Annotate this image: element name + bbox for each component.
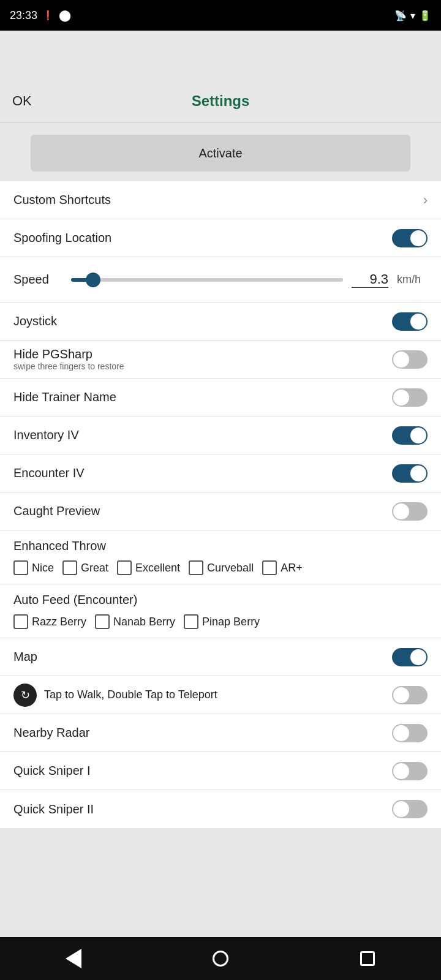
- alert-icon: ❗: [42, 10, 54, 21]
- speed-slider[interactable]: [71, 278, 343, 282]
- hide-pgsharp-sublabel: swipe three fingers to restore: [13, 361, 124, 371]
- checkbox-razz: Razz Berry: [13, 614, 86, 629]
- nav-recent-button[interactable]: [349, 940, 386, 977]
- nanab-checkbox[interactable]: [95, 614, 110, 629]
- excellent-label: Excellent: [135, 562, 180, 575]
- curveball-label: Curveball: [207, 562, 254, 575]
- speed-value[interactable]: 9.3: [352, 271, 388, 288]
- arplus-checkbox[interactable]: [262, 560, 277, 575]
- great-checkbox[interactable]: [62, 560, 77, 575]
- hide-pgsharp-toggle[interactable]: [392, 350, 428, 369]
- speed-unit: km/h: [397, 273, 428, 286]
- joystick-row: Joystick: [0, 303, 441, 341]
- hide-pgsharp-row: Hide PGSharp swipe three fingers to rest…: [0, 341, 441, 379]
- tap-to-walk-toggle[interactable]: [392, 686, 428, 704]
- hide-pgsharp-label: Hide PGSharp: [13, 347, 124, 361]
- caught-preview-toggle[interactable]: [392, 502, 428, 521]
- quick-sniper-2-label: Quick Sniper II: [13, 802, 94, 816]
- nanab-label: Nanab Berry: [113, 616, 175, 628]
- nearby-radar-label: Nearby Radar: [13, 726, 90, 740]
- nearby-radar-row: Nearby Radar: [0, 714, 441, 752]
- pinap-label: Pinap Berry: [202, 616, 260, 628]
- quick-sniper-1-row: Quick Sniper I: [0, 752, 441, 790]
- wifi-icon: ▾: [410, 10, 415, 21]
- nav-back-button[interactable]: [55, 940, 92, 977]
- speed-slider-track: [71, 278, 343, 282]
- excellent-checkbox[interactable]: [117, 560, 132, 575]
- enhanced-throw-section: Enhanced Throw Nice Great Excellent Curv…: [0, 530, 441, 584]
- hide-trainer-row: Hide Trainer Name: [0, 379, 441, 417]
- encounter-iv-row: Encounter IV: [0, 454, 441, 492]
- status-time: 23:33: [10, 9, 37, 22]
- caught-preview-label: Caught Preview: [13, 504, 100, 518]
- circle-icon: ⬤: [59, 9, 71, 22]
- speed-slider-thumb: [86, 273, 100, 287]
- status-bar: 23:33 ❗ ⬤ 📡 ▾ 🔋: [0, 0, 441, 31]
- enhanced-throw-title: Enhanced Throw: [13, 539, 428, 553]
- back-icon: [66, 949, 81, 968]
- nav-home-button[interactable]: [202, 940, 239, 977]
- checkbox-curveball: Curveball: [189, 560, 254, 575]
- custom-shortcuts-row[interactable]: Custom Shortcuts ›: [0, 181, 441, 219]
- ok-button[interactable]: OK: [12, 93, 32, 109]
- checkbox-nanab: Nanab Berry: [95, 614, 175, 629]
- page-title: Settings: [192, 92, 250, 110]
- speed-label: Speed: [13, 273, 62, 287]
- tap-to-walk-row: ↻ Tap to Walk, Double Tap to Teleport: [0, 676, 441, 714]
- spoofing-location-toggle[interactable]: [392, 229, 428, 247]
- battery-icon: 🔋: [419, 10, 431, 21]
- tap-to-walk-left: ↻ Tap to Walk, Double Tap to Teleport: [13, 684, 217, 707]
- auto-feed-section: Auto Feed (Encounter) Razz Berry Nanab B…: [0, 584, 441, 638]
- status-left: 23:33 ❗ ⬤: [10, 9, 71, 22]
- inventory-iv-label: Inventory IV: [13, 428, 79, 442]
- encounter-iv-toggle[interactable]: [392, 464, 428, 483]
- nice-label: Nice: [32, 562, 54, 575]
- joystick-label: Joystick: [13, 314, 57, 328]
- bottom-spacer: [0, 828, 441, 877]
- tap-to-walk-label: Tap to Walk, Double Tap to Teleport: [44, 688, 217, 701]
- encounter-iv-label: Encounter IV: [13, 466, 85, 480]
- inventory-iv-row: Inventory IV: [0, 417, 441, 454]
- status-right: 📡 ▾ 🔋: [394, 10, 431, 21]
- home-icon: [213, 951, 228, 967]
- quick-sniper-1-label: Quick Sniper I: [13, 764, 91, 778]
- hide-trainer-label: Hide Trainer Name: [13, 390, 116, 404]
- map-toggle[interactable]: [392, 648, 428, 666]
- header: OK Settings: [0, 80, 441, 123]
- recent-icon: [360, 951, 375, 966]
- tap-icon: ↻: [13, 684, 37, 707]
- map-row: Map: [0, 638, 441, 676]
- spoofing-location-label: Spoofing Location: [13, 231, 111, 245]
- razz-label: Razz Berry: [32, 616, 86, 628]
- enhanced-throw-options: Nice Great Excellent Curveball AR+: [13, 560, 428, 575]
- auto-feed-options: Razz Berry Nanab Berry Pinap Berry: [13, 614, 428, 629]
- curveball-checkbox[interactable]: [189, 560, 203, 575]
- nice-checkbox[interactable]: [13, 560, 28, 575]
- checkbox-great: Great: [62, 560, 108, 575]
- auto-feed-title: Auto Feed (Encounter): [13, 593, 428, 607]
- checkbox-arplus: AR+: [262, 560, 303, 575]
- spoofing-location-row: Spoofing Location: [0, 219, 441, 257]
- joystick-toggle[interactable]: [392, 312, 428, 331]
- hide-trainer-toggle[interactable]: [392, 388, 428, 407]
- cast-icon: 📡: [394, 10, 407, 21]
- quick-sniper-1-toggle[interactable]: [392, 762, 428, 780]
- top-area: [0, 31, 441, 80]
- checkbox-nice: Nice: [13, 560, 54, 575]
- caught-preview-row: Caught Preview: [0, 492, 441, 530]
- quick-sniper-2-row: Quick Sniper II: [0, 790, 441, 828]
- quick-sniper-2-toggle[interactable]: [392, 800, 428, 818]
- checkbox-pinap: Pinap Berry: [184, 614, 260, 629]
- checkbox-excellent: Excellent: [117, 560, 180, 575]
- razz-checkbox[interactable]: [13, 614, 28, 629]
- great-label: Great: [81, 562, 108, 575]
- inventory-iv-toggle[interactable]: [392, 426, 428, 445]
- pinap-checkbox[interactable]: [184, 614, 198, 629]
- arplus-label: AR+: [281, 562, 303, 575]
- activate-button[interactable]: Activate: [31, 135, 410, 172]
- chevron-right-icon: ›: [423, 192, 428, 208]
- speed-row: Speed 9.3 km/h: [0, 257, 441, 303]
- map-label: Map: [13, 650, 37, 664]
- settings-container: Custom Shortcuts › Spoofing Location Spe…: [0, 181, 441, 828]
- nearby-radar-toggle[interactable]: [392, 724, 428, 742]
